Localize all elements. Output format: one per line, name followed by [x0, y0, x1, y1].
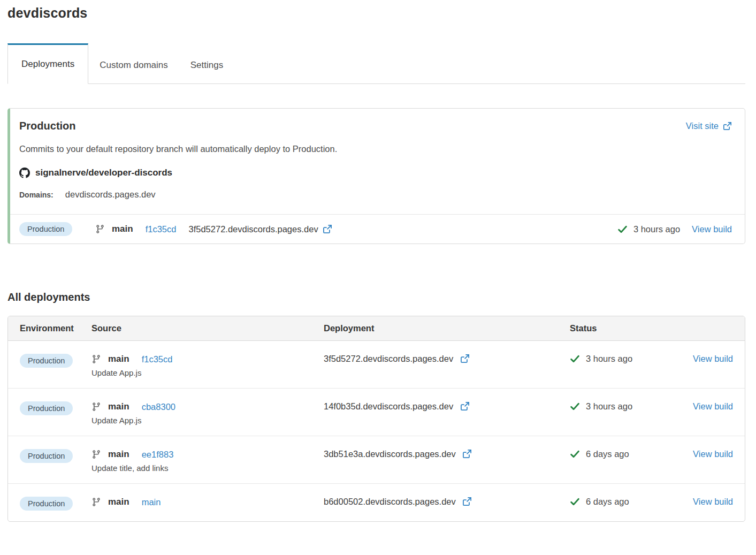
all-deployments-title: All deployments: [7, 291, 745, 303]
status-cell: 6 days ago: [570, 449, 693, 459]
environment-cell: Production: [20, 449, 91, 463]
action-cell: View build: [693, 354, 733, 364]
branch-name: main: [108, 401, 129, 412]
status-cell: 3 hours ago: [570, 354, 693, 364]
tab-custom-domains[interactable]: Custom domains: [88, 43, 179, 83]
production-card-body: Production Visit site Commits to your de…: [10, 109, 745, 214]
deployments-table: Environment Source Deployment Status Pro…: [7, 316, 745, 522]
environment-cell: Production: [19, 222, 95, 236]
visit-site-link[interactable]: Visit site: [686, 121, 732, 131]
branch-name: main: [112, 224, 133, 234]
external-link-icon: [323, 224, 332, 234]
tab-deployments[interactable]: Deployments: [7, 43, 88, 84]
page-title: devdiscords: [7, 5, 745, 21]
deployment-row: Production main ee1f883 Update title, ad…: [8, 436, 745, 483]
domains-value: devdiscords.pages.dev: [65, 189, 156, 200]
environment-badge: Production: [20, 497, 73, 511]
deployment-url-external-link[interactable]: [462, 497, 472, 506]
deployment-row: Production main cba8300 Update App.js 14…: [8, 388, 745, 436]
domains-label: Domains:: [19, 191, 54, 199]
deployment-url: 3f5d5272.devdiscords.pages.dev: [188, 224, 318, 234]
git-branch-icon: [91, 497, 101, 507]
view-build-link[interactable]: View build: [693, 354, 733, 363]
deployment-time: 3 hours ago: [586, 354, 632, 364]
environment-badge: Production: [20, 354, 73, 368]
environment-badge: Production: [20, 449, 73, 463]
deployment-time: 3 hours ago: [633, 224, 680, 234]
source-line: main cba8300: [91, 401, 324, 412]
commit-link[interactable]: main: [142, 497, 161, 507]
view-build-link[interactable]: View build: [692, 224, 732, 234]
deployment-url-external-link[interactable]: [460, 354, 470, 363]
status-cell: 3 hours ago: [570, 401, 693, 412]
action-cell: View build: [693, 401, 733, 412]
external-link-icon: [462, 497, 472, 506]
commit-message: Update title, add links: [91, 463, 324, 473]
commit-link[interactable]: ee1f883: [142, 450, 174, 460]
deployment-cell: 14f0b35d.devdiscords.pages.dev: [324, 401, 570, 412]
branch-name: main: [108, 497, 129, 507]
deployment-url: 3f5d5272.devdiscords.pages.dev: [324, 354, 453, 363]
environment-cell: Production: [20, 401, 91, 415]
commit-link[interactable]: cba8300: [142, 402, 175, 412]
commit-message: Update App.js: [91, 416, 324, 425]
check-icon: [617, 224, 628, 234]
deployment-time: 3 hours ago: [586, 401, 632, 412]
source-cell: main cba8300 Update App.js: [91, 401, 324, 425]
deployment-row: Production main f1c35cd Update App.js 3f…: [8, 341, 745, 388]
deployment-url: 14f0b35d.devdiscords.pages.dev: [324, 401, 453, 411]
external-link-icon: [460, 401, 470, 411]
deployment-cell: b6d00502.devdiscords.pages.dev: [324, 497, 570, 507]
check-icon: [570, 354, 580, 364]
deployments-table-body: Production main f1c35cd Update App.js 3f…: [8, 341, 745, 521]
status-cell: 6 days ago: [570, 497, 693, 507]
external-link-icon: [460, 354, 470, 363]
production-card-header: Production Visit site: [19, 120, 732, 132]
view-build-link[interactable]: View build: [693, 497, 733, 506]
git-branch-icon: [95, 224, 105, 234]
environment-cell: Production: [20, 497, 91, 511]
production-card: Production Visit site Commits to your de…: [7, 108, 745, 244]
deployment-url-external-link[interactable]: [323, 224, 332, 234]
source-line: main main: [91, 497, 324, 507]
source-cell: main ee1f883 Update title, add links: [91, 449, 324, 473]
environment-badge: Production: [19, 222, 72, 236]
tab-bar: Deployments Custom domains Settings: [7, 43, 745, 84]
deployment-url-external-link[interactable]: [460, 401, 470, 411]
production-card-title: Production: [19, 120, 76, 132]
deployment-cell: 3db51e3a.devdiscords.pages.dev: [324, 449, 570, 459]
production-description: Commits to your default repository branc…: [19, 144, 732, 154]
column-header-deployment: Deployment: [324, 323, 570, 333]
external-link-icon: [462, 449, 472, 459]
action-cell: View build: [693, 497, 733, 507]
git-branch-icon: [91, 450, 101, 459]
deployment-status: 3 hours ago View build: [617, 224, 732, 234]
commit-link[interactable]: f1c35cd: [142, 354, 173, 364]
external-link-icon: [723, 121, 732, 131]
deployment-row: Production main main b6d00502.devdiscord…: [8, 483, 745, 521]
commit-link[interactable]: f1c35cd: [146, 224, 177, 234]
source-line: main ee1f883: [91, 449, 324, 460]
commit-message: Update App.js: [91, 368, 324, 377]
page: devdiscords Deployments Custom domains S…: [7, 5, 745, 522]
deployment-url: b6d00502.devdiscords.pages.dev: [324, 497, 456, 506]
branch-wrap: main: [95, 224, 133, 234]
deployment-url-external-link[interactable]: [462, 449, 472, 459]
column-header-environment: Environment: [20, 323, 91, 333]
branch-name: main: [108, 354, 129, 364]
check-icon: [570, 449, 580, 459]
repo-link[interactable]: signalnerve/developer-discords: [19, 168, 732, 178]
view-build-link[interactable]: View build: [693, 401, 733, 411]
check-icon: [570, 497, 580, 507]
source-cell: main f1c35cd Update App.js: [91, 354, 324, 377]
tab-settings[interactable]: Settings: [179, 43, 234, 83]
column-header-source: Source: [91, 323, 324, 333]
source-cell: main main: [91, 497, 324, 507]
github-icon: [19, 168, 30, 178]
environment-badge: Production: [20, 401, 73, 415]
deployment-cell: 3f5d5272.devdiscords.pages.dev: [324, 354, 570, 364]
view-build-link[interactable]: View build: [693, 449, 733, 459]
check-icon: [570, 401, 580, 412]
domains-row: Domains: devdiscords.pages.dev: [19, 189, 732, 200]
visit-site-label: Visit site: [686, 121, 719, 131]
